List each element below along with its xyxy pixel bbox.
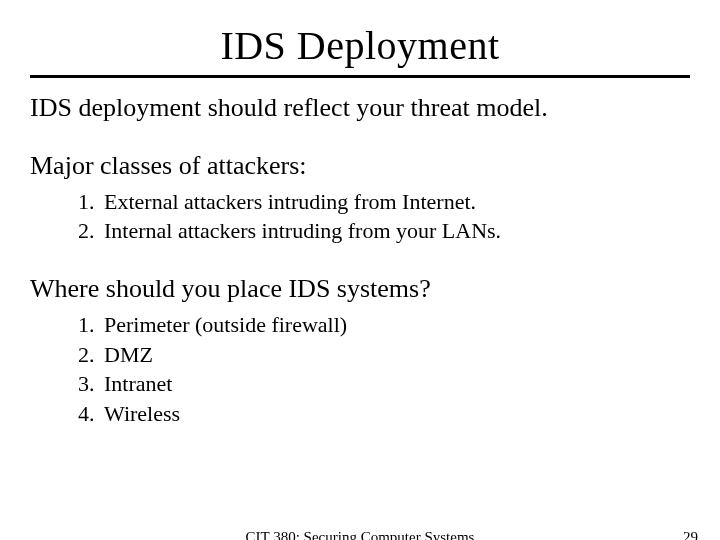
footer-page-number: 29 (683, 529, 698, 540)
slide-title: IDS Deployment (0, 22, 720, 69)
placement-heading: Where should you place IDS systems? (30, 274, 690, 304)
list-item: Wireless (100, 399, 690, 429)
list-item: Internal attackers intruding from your L… (100, 216, 690, 246)
footer-course: CIT 380: Securing Computer Systems (0, 529, 720, 540)
slide-body: IDS deployment should reflect your threa… (0, 92, 720, 429)
slide: IDS Deployment IDS deployment should ref… (0, 22, 720, 540)
lead-paragraph: IDS deployment should reflect your threa… (30, 92, 690, 125)
list-item: External attackers intruding from Intern… (100, 187, 690, 217)
title-rule (30, 75, 690, 78)
slide-footer: CIT 380: Securing Computer Systems 29 (0, 529, 720, 540)
list-item: DMZ (100, 340, 690, 370)
placement-list: Perimeter (outside firewall) DMZ Intrane… (72, 310, 690, 429)
attackers-list: External attackers intruding from Intern… (72, 187, 690, 246)
attackers-heading: Major classes of attackers: (30, 151, 690, 181)
list-item: Intranet (100, 369, 690, 399)
list-item: Perimeter (outside firewall) (100, 310, 690, 340)
